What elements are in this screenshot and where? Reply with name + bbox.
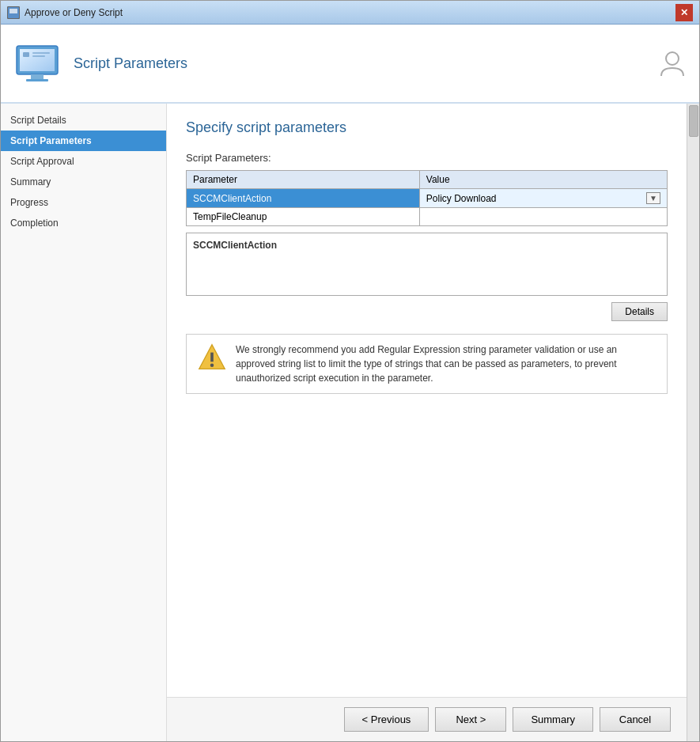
scrollbar[interactable] [687,104,699,741]
details-btn-row: Details [186,302,668,321]
computer-icon [13,40,61,87]
svg-rect-12 [210,353,214,362]
next-button[interactable]: Next > [435,707,506,732]
dropdown-value: Policy Download [426,193,497,204]
previous-button[interactable]: < Previous [344,707,429,732]
description-text: SCCMClientAction [193,240,277,251]
sidebar: Script Details Script Parameters Script … [1,104,167,741]
svg-point-13 [210,364,214,368]
sidebar-item-script-approval[interactable]: Script Approval [1,151,166,172]
section-label: Script Parameters: [186,152,668,164]
param-value-sccm: Policy Download ▼ [419,189,667,208]
svg-rect-7 [23,52,29,57]
cancel-button[interactable]: Cancel [600,707,671,732]
param-name-sccm: SCCMClientAction [187,189,420,208]
parameters-table: Parameter Value SCCMClientAction Policy … [186,170,668,226]
summary-button[interactable]: Summary [513,707,593,732]
svg-point-10 [666,52,679,65]
content-inner: Specify script parameters Script Paramet… [167,104,687,697]
main-window: Approve or Deny Script ✕ [0,0,700,742]
sidebar-item-script-parameters[interactable]: Script Parameters [1,131,166,151]
window-icon [7,6,20,19]
sidebar-item-progress[interactable]: Progress [1,192,166,213]
svg-rect-1 [9,9,17,13]
col-header-parameter: Parameter [187,171,420,189]
dropdown-arrow-icon[interactable]: ▼ [646,192,660,204]
col-header-value: Value [419,171,667,189]
warning-text: We strongly recommend you add Regular Ex… [236,343,656,385]
svg-rect-5 [31,74,44,79]
user-icon [658,49,687,78]
warning-icon [198,343,226,371]
sidebar-item-completion[interactable]: Completion [1,213,166,233]
window-title: Approve or Deny Script [25,7,123,18]
sidebar-item-summary[interactable]: Summary [1,172,166,192]
header-title: Script Parameters [74,55,187,72]
title-bar-left: Approve or Deny Script [7,6,123,19]
content-title: Specify script parameters [186,119,668,136]
title-bar: Approve or Deny Script ✕ [1,1,699,25]
param-value-temp [419,208,667,226]
sidebar-item-script-details[interactable]: Script Details [1,110,166,131]
param-name-temp: TempFileCleanup [187,208,420,226]
details-button[interactable]: Details [611,302,668,321]
close-button[interactable]: ✕ [675,4,693,21]
dropdown-cell[interactable]: Policy Download ▼ [426,192,660,204]
table-row[interactable]: SCCMClientAction Policy Download ▼ [187,189,668,208]
header-left: Script Parameters [13,40,187,87]
main-layout: Script Details Script Parameters Script … [1,104,699,741]
footer: < Previous Next > Summary Cancel [167,697,687,741]
content-area: Specify script parameters Script Paramet… [167,104,687,741]
svg-rect-8 [32,52,50,54]
description-box: SCCMClientAction [186,233,668,296]
svg-rect-9 [32,55,45,57]
svg-rect-6 [26,79,48,81]
scrollbar-thumb[interactable] [689,105,698,137]
warning-box: We strongly recommend you add Regular Ex… [186,334,668,394]
table-row[interactable]: TempFileCleanup [187,208,668,226]
header-area: Script Parameters [1,25,699,104]
